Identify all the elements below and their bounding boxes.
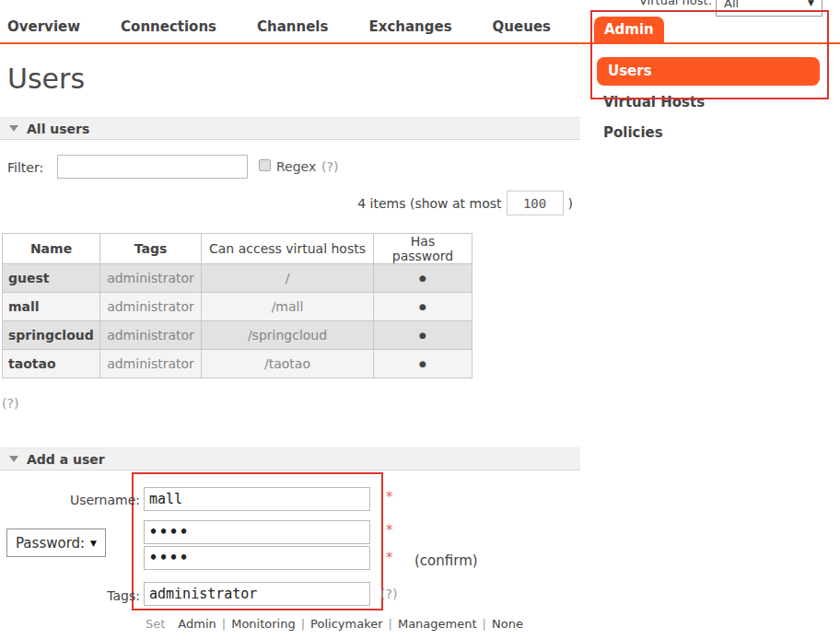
column-header-name[interactable]: Name xyxy=(3,234,100,264)
tag-link-admin[interactable]: Admin xyxy=(178,617,216,631)
sidebar-item-virtual-hosts[interactable]: Virtual Hosts xyxy=(603,94,705,110)
password-mode-label: Password: xyxy=(16,535,85,552)
regex-help-link[interactable]: (?) xyxy=(321,159,338,174)
table-help-link[interactable]: (?) xyxy=(2,396,18,411)
tab-channels[interactable]: Channels xyxy=(257,18,328,35)
users-table: NameTagsCan access virtual hostsHas pass… xyxy=(2,233,472,378)
username-input[interactable] xyxy=(144,487,370,511)
table-row: malladministrator/mall● xyxy=(3,293,472,321)
tag-link-management[interactable]: Management xyxy=(398,617,477,631)
tag-link-none[interactable]: None xyxy=(492,617,523,631)
tab-overview[interactable]: Overview xyxy=(7,18,80,35)
table-row: taotaoadministrator/taotao● xyxy=(3,350,472,378)
rabbitmq-users-page: Virtual host: All ▼ OverviewConnectionsC… xyxy=(0,0,840,639)
dropdown-arrow-icon: ▼ xyxy=(90,539,97,548)
table-row: springcloudadministrator/springcloud● xyxy=(3,321,472,350)
required-asterisk: * xyxy=(386,522,393,539)
user-tags-cell: administrator xyxy=(100,293,202,321)
dropdown-arrow-icon: ▼ xyxy=(808,0,814,7)
tags-input[interactable] xyxy=(144,582,370,606)
has-password-cell: ● xyxy=(374,264,472,293)
tag-link-policymaker[interactable]: Policymaker xyxy=(310,617,382,631)
user-tags-cell: administrator xyxy=(100,321,202,350)
password-input[interactable] xyxy=(144,520,370,544)
filter-label: Filter: xyxy=(7,160,43,175)
virtual-host-value: All xyxy=(724,0,739,10)
tag-link-monitoring[interactable]: Monitoring xyxy=(231,617,296,631)
column-header-tags[interactable]: Tags xyxy=(100,234,202,264)
user-name-cell[interactable]: springcloud xyxy=(3,321,100,350)
items-count-text: 4 items (show at most xyxy=(357,196,501,211)
section-add-user-title: Add a user xyxy=(27,452,105,467)
required-asterisk: * xyxy=(386,489,393,505)
required-asterisk: * xyxy=(386,550,393,566)
tab-exchanges[interactable]: Exchanges xyxy=(368,18,451,35)
sidebar-item-users[interactable]: Users xyxy=(597,57,820,86)
section-all-users[interactable]: All users xyxy=(0,117,580,140)
regex-label: Regex xyxy=(276,159,316,174)
user-vhosts-cell: /mall xyxy=(202,293,374,321)
main-nav: OverviewConnectionsChannelsExchangesQueu… xyxy=(7,18,551,35)
virtual-host-label: Virtual host: xyxy=(639,0,712,7)
section-add-user[interactable]: Add a user xyxy=(0,447,580,471)
column-header-has-password[interactable]: Has password xyxy=(374,234,472,264)
confirm-note: (confirm) xyxy=(414,552,478,569)
tags-label: Tags: xyxy=(37,588,140,603)
has-password-cell: ● xyxy=(374,293,472,321)
items-count-row: 4 items (show at most ) xyxy=(0,191,573,215)
show-at-most-input[interactable] xyxy=(507,191,564,215)
username-label: Username: xyxy=(37,493,140,507)
user-vhosts-cell: /taotao xyxy=(202,350,374,378)
regex-checkbox[interactable] xyxy=(259,159,271,171)
page-title: Users xyxy=(7,63,85,95)
has-password-cell: ● xyxy=(374,321,472,350)
link-separator: | xyxy=(389,617,392,631)
virtual-host-select[interactable]: All ▼ xyxy=(716,0,822,17)
nav-underline xyxy=(0,42,840,44)
collapse-triangle-icon xyxy=(9,125,18,132)
has-password-cell: ● xyxy=(374,350,472,378)
items-count-suffix: ) xyxy=(568,196,573,211)
tab-connections[interactable]: Connections xyxy=(121,18,216,35)
tab-queues[interactable]: Queues xyxy=(493,18,551,35)
user-tags-cell: administrator xyxy=(100,350,202,378)
user-name-cell[interactable]: guest xyxy=(3,264,100,293)
user-tags-cell: administrator xyxy=(100,264,202,293)
table-header-row: NameTagsCan access virtual hostsHas pass… xyxy=(3,234,472,264)
link-separator: | xyxy=(483,617,486,631)
table-row: guestadministrator/● xyxy=(3,264,472,293)
user-vhosts-cell: /springcloud xyxy=(202,321,374,350)
column-header-can-access-virtual-hosts[interactable]: Can access virtual hosts xyxy=(202,234,374,264)
password-confirm-input[interactable] xyxy=(144,546,370,570)
sidebar-item-policies[interactable]: Policies xyxy=(603,124,663,141)
section-all-users-title: All users xyxy=(27,122,89,136)
user-vhosts-cell: / xyxy=(202,264,374,293)
tags-help-link[interactable]: (?) xyxy=(380,587,397,601)
link-separator: | xyxy=(301,617,305,631)
set-label: Set xyxy=(146,617,165,631)
user-name-cell[interactable]: taotao xyxy=(3,350,100,378)
filter-input[interactable] xyxy=(57,155,248,179)
tab-admin[interactable]: Admin xyxy=(594,17,664,42)
tag-links: Admin|Monitoring|Policymaker|Management|… xyxy=(178,617,523,631)
link-separator: | xyxy=(222,617,226,631)
set-tags-row: Set Admin|Monitoring|Policymaker|Managem… xyxy=(146,617,523,631)
password-mode-select[interactable]: Password: ▼ xyxy=(6,529,106,557)
user-name-cell[interactable]: mall xyxy=(3,293,100,321)
collapse-triangle-icon xyxy=(9,456,18,462)
